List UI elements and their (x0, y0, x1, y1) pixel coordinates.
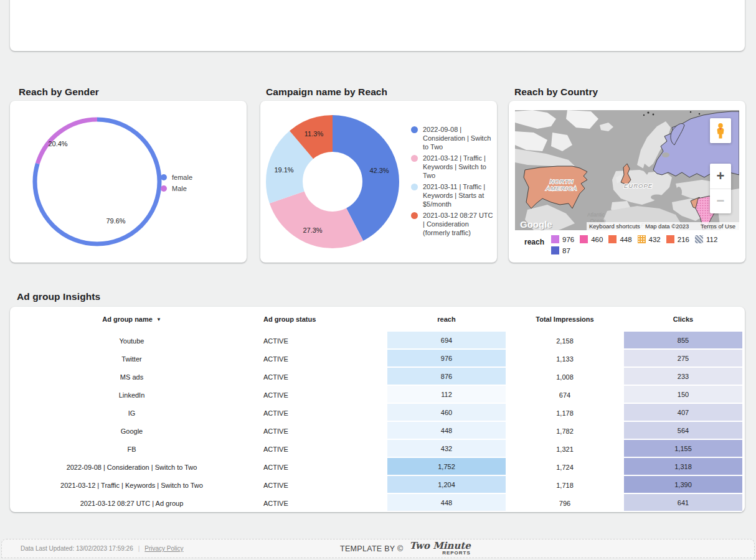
reach-heat-cell: 976 (387, 350, 506, 368)
campaign-legend-dot-icon (411, 126, 418, 133)
gender-female-pct-label: 79.6% (106, 217, 125, 225)
table-row[interactable]: Twitter ACTIVE 976 1,133 275 (10, 350, 745, 368)
map-chart-card: NORTH AMERICA EUROPE Atlantic Ocean AFRI… (509, 101, 745, 263)
campaign-chart-card: 42.3% 27.3% 19.1% 11.3% 2022-09-08 | Con… (260, 101, 497, 263)
map-legend: 976 460 448 432 216 112 87 (551, 235, 745, 257)
map-zoom-control: + − (710, 164, 731, 213)
world-map[interactable]: NORTH AMERICA EUROPE Atlantic Ocean AFRI… (515, 110, 739, 230)
footer-divider: | (138, 545, 140, 552)
campaign-legend-dot-icon (411, 184, 418, 190)
gender-donut-chart[interactable] (10, 101, 247, 263)
map-legend-item: 216 (666, 235, 689, 244)
gender-legend-label: Male (172, 185, 187, 192)
footer-branding: TEMPLATE BY © Two Minute REPORTS (340, 542, 471, 556)
gender-male-pct-label: 20.4% (48, 140, 67, 147)
legend-chip-icon (551, 246, 559, 254)
legend-chip-icon (695, 235, 703, 243)
column-header-adgroup-status[interactable]: Ad group status (253, 315, 387, 323)
table-row[interactable]: FB ACTIVE 432 1,321 1,155 (10, 440, 745, 458)
reach-heat-cell: 876 (387, 368, 506, 386)
zoom-out-button[interactable]: − (710, 189, 731, 214)
column-header-reach[interactable]: reach (387, 315, 506, 323)
campaign-legend-label: 2021-03-12 | Traffic | Keywords | Switch… (423, 154, 496, 180)
campaign-pct-label-2: 27.3% (303, 226, 322, 234)
footer-updated: Data Last Updated: 13/02/2023 17:59:26 |… (21, 545, 184, 552)
campaign-legend-label: 2021-03-11 | Traffic | Keywords | Starts… (423, 182, 496, 208)
map-chart-title: Reach by Country (514, 86, 598, 98)
map-caspian-sea (676, 187, 682, 198)
table-row[interactable]: Google ACTIVE 448 1,782 564 (10, 422, 745, 440)
svg-text:AMERICA: AMERICA (546, 185, 577, 192)
keyboard-shortcuts-link[interactable]: Keyboard shortcuts (589, 223, 640, 230)
column-header-impressions[interactable]: Total Impressions (506, 315, 624, 323)
two-minute-reports-logo[interactable]: Two Minute REPORTS (410, 542, 471, 556)
gender-chart-title: Reach by Gender (19, 86, 99, 98)
campaign-legend-item[interactable]: 2021-03-12 08:27 UTC | Consideration (fo… (411, 211, 496, 237)
campaign-chart-title: Campaign name by Reach (266, 86, 387, 98)
clicks-heat-cell: 407 (624, 404, 742, 422)
table-row[interactable]: IG ACTIVE 460 1,178 407 (10, 404, 745, 422)
clicks-heat-cell: 1,390 (624, 476, 742, 494)
campaign-legend-item[interactable]: 2021-03-11 | Traffic | Keywords | Starts… (411, 182, 496, 208)
campaign-legend-item[interactable]: 2022-09-08 | Consideration | Switch to T… (411, 125, 496, 151)
reach-heat-cell: 1,204 (387, 476, 506, 494)
sort-desc-icon[interactable]: ▼ (156, 317, 161, 322)
table-row[interactable]: 2022-09-08 | Consideration | Switch to T… (10, 458, 745, 476)
pegman-icon (715, 123, 726, 139)
table-row[interactable]: 2021-03-12 | Traffic | Keywords | Switch… (10, 476, 745, 494)
gender-legend-item-female[interactable]: female (161, 172, 192, 183)
template-by-text: TEMPLATE BY © (340, 544, 404, 553)
reach-heat-cell: 460 (387, 404, 506, 422)
campaign-legend-dot-icon (411, 155, 418, 162)
map-label-atlantic: Atlantic (587, 212, 605, 218)
page-footer: Data Last Updated: 13/02/2023 17:59:26 |… (1, 539, 755, 558)
map-legend-item: 460 (580, 235, 603, 244)
clicks-heat-cell: 233 (624, 368, 742, 386)
campaign-legend-dot-icon (411, 212, 418, 219)
map-legend-item: 432 (638, 235, 661, 244)
reach-heat-cell: 1,752 (387, 458, 506, 476)
reach-heat-cell: 694 (387, 332, 506, 350)
data-last-updated-text: Data Last Updated: 13/02/2023 17:59:26 (21, 545, 133, 552)
map-legend-item: 87 (551, 246, 570, 255)
campaign-legend-item[interactable]: 2021-03-12 | Traffic | Keywords | Switch… (411, 154, 496, 180)
map-legend-item: 448 (608, 235, 631, 244)
google-logo[interactable]: Google (520, 219, 552, 230)
table-row[interactable]: Youtube ACTIVE 694 2,158 855 (10, 332, 745, 350)
table-title: Ad group Insights (17, 291, 100, 302)
legend-chip-icon (608, 235, 617, 243)
pegman-button[interactable] (710, 118, 731, 143)
map-legend-item: 976 (551, 235, 574, 244)
clicks-heat-cell: 1,155 (624, 440, 742, 458)
table-row[interactable]: MS ads ACTIVE 876 1,008 233 (10, 368, 745, 386)
table-row[interactable]: LinkedIn ACTIVE 112 674 150 (10, 386, 745, 404)
clicks-heat-cell: 150 (624, 386, 742, 404)
map-label-europe: EUROPE (624, 182, 653, 189)
campaign-legend: 2022-09-08 | Consideration | Switch to T… (411, 125, 496, 237)
map-data-attribution: Map data ©2023 (645, 223, 689, 230)
clicks-heat-cell: 641 (624, 494, 742, 512)
column-header-clicks[interactable]: Clicks (624, 315, 742, 323)
adgroup-table-card: Ad group name ▼ Ad group status reach To… (10, 307, 745, 512)
clicks-heat-cell: 564 (624, 422, 742, 440)
gender-legend-item-male[interactable]: Male (161, 183, 192, 194)
legend-chip-icon (638, 235, 646, 243)
legend-chip-icon (666, 235, 674, 243)
clicks-heat-cell: 855 (624, 332, 742, 350)
reach-heat-cell: 448 (387, 494, 506, 512)
clicks-heat-cell: 1,318 (624, 458, 742, 476)
legend-chip-icon (551, 235, 559, 243)
terms-of-use-link[interactable]: Terms of Use (701, 223, 735, 230)
clicks-heat-cell: 275 (624, 350, 742, 368)
column-header-adgroup-name[interactable]: Ad group name ▼ (10, 315, 253, 323)
table-header-row: Ad group name ▼ Ad group status reach To… (10, 307, 745, 332)
privacy-policy-link[interactable]: Privacy Policy (144, 545, 183, 552)
map-black-sea (651, 195, 663, 200)
reach-heat-cell: 432 (387, 440, 506, 458)
map-svalbard (647, 111, 649, 113)
table-row[interactable]: 2021-03-12 08:27 UTC | Ad group ACTIVE 4… (10, 494, 745, 512)
campaign-pct-label-3: 19.1% (274, 166, 293, 174)
map-legend-item: 112 (695, 235, 717, 244)
zoom-in-button[interactable]: + (710, 164, 731, 189)
reach-heat-cell: 112 (387, 386, 506, 404)
